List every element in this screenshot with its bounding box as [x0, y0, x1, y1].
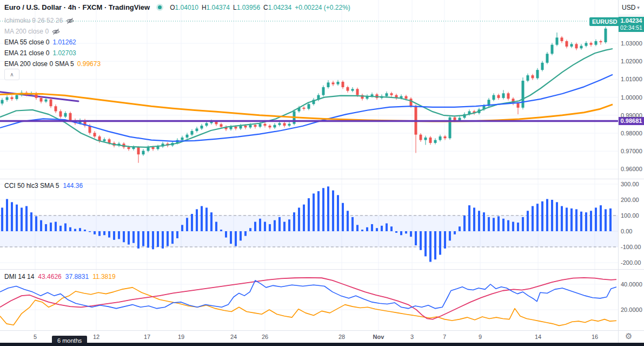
cci-axis-label: -100.00	[621, 244, 641, 250]
close-value: 1.04234	[268, 4, 291, 11]
eye-off-icon[interactable]	[66, 17, 74, 24]
cci-label: CCI 50 hlc3 SMA 5	[4, 182, 59, 190]
price-axis-label: 1.02000	[621, 58, 642, 64]
indicator-label: Ichimoku 9 26 52 26	[4, 17, 63, 24]
indicator-value: 0.99673	[77, 60, 101, 68]
open-value: 1.04010	[175, 4, 198, 11]
indicator-row-ema[interactable]: EMA 21 close 01.02703	[4, 49, 76, 57]
cci-axis-label: 0.00	[621, 228, 632, 234]
chart-canvas[interactable]	[0, 0, 644, 346]
cci-axis-label: 200.00	[621, 197, 639, 203]
price-axis-label: 1.01000	[621, 76, 642, 82]
time-axis-label: 26	[262, 334, 268, 340]
time-axis-label: 7	[443, 334, 446, 340]
time-axis-label: 17	[144, 334, 150, 340]
dmi-pane-label[interactable]: DMI 14 14 43.4626 37.8831 11.3819	[4, 273, 116, 280]
indicator-label: EMA 55 close 0	[4, 38, 49, 46]
time-axis-label: 3	[410, 334, 414, 340]
dmi-plus-di-value: 37.8831	[65, 273, 89, 280]
low-value: 1.03956	[237, 4, 260, 11]
dmi-minus-di-value: 11.3819	[92, 273, 116, 280]
time-axis-label: 12	[93, 334, 99, 340]
close-label: C	[263, 4, 268, 11]
symbol-badge: EURUSD	[589, 17, 620, 26]
high-label: H	[202, 4, 207, 11]
price-axis-label: 0.96000	[621, 166, 642, 172]
currency-selector[interactable]: USD ▾	[622, 4, 640, 11]
indicator-label: EMA 200 close 0 SMA 5	[4, 60, 74, 68]
chart-header: Euro / U.S. Dollar · 4h · FXCM · Trading…	[4, 3, 350, 11]
time-axis-label: Nov	[373, 334, 384, 340]
price-axis-label: 0.99000	[621, 112, 642, 119]
tradingview-chart-window: Euro / U.S. Dollar · 4h · FXCM · Trading…	[0, 0, 644, 346]
dmi-adx-value: 43.4626	[38, 273, 61, 280]
symbol-title[interactable]: Euro / U.S. Dollar · 4h · FXCM · Trading…	[4, 3, 150, 11]
time-axis-label: 28	[338, 334, 345, 340]
price-axis-label: 0.97000	[621, 148, 642, 154]
indicator-row-ema[interactable]: EMA 55 close 01.01262	[4, 38, 76, 47]
change-value: +0.00224 (+0.22%)	[295, 4, 350, 11]
currency-label: USD	[622, 4, 635, 11]
indicator-value: 1.02703	[52, 49, 76, 57]
market-status-icon	[158, 5, 162, 9]
dmi-label: DMI 14 14	[4, 273, 34, 280]
chevron-down-icon: ▾	[637, 5, 640, 10]
collapse-indicators-button[interactable]: ∧	[4, 69, 19, 80]
high-value: 1.04374	[207, 4, 230, 11]
indicator-label: EMA 21 close 0	[4, 49, 49, 57]
price-axis-label: 1.03000	[621, 40, 642, 47]
indicator-row-ma[interactable]: MA 200 close 0	[4, 27, 60, 36]
indicator-label: MA 200 close 0	[4, 28, 49, 35]
cci-pane-label[interactable]: CCI 50 hlc3 SMA 5 144.36	[4, 182, 83, 190]
time-axis-label: 9	[479, 334, 482, 340]
bottom-toolbar-strip	[0, 343, 644, 346]
time-axis-label: 14	[535, 334, 541, 340]
open-label: O	[170, 4, 175, 11]
dmi-axis-label: 20.0000	[621, 306, 642, 313]
time-axis-label: 19	[178, 334, 184, 340]
ohlc-readout: O1.04010 H1.04374 L1.03956 C1.04234 +0.0…	[170, 4, 350, 11]
cci-axis-label: -200.00	[621, 259, 641, 266]
low-label: L	[233, 4, 237, 11]
dmi-axis-label: 40.0000	[621, 281, 642, 288]
indicator-row-ema[interactable]: EMA 200 close 0 SMA 50.99673	[4, 60, 101, 68]
time-axis-label: 5	[34, 334, 37, 340]
indicator-row-ichimoku[interactable]: Ichimoku 9 26 52 26	[4, 16, 74, 25]
time-axis-label: 24	[230, 334, 237, 340]
cci-axis-label: 100.00	[621, 212, 639, 219]
indicator-value: 1.01262	[52, 38, 76, 46]
price-axis-label: 1.00000	[621, 94, 642, 101]
time-axis-label: 16	[592, 334, 598, 340]
eye-off-icon[interactable]	[52, 28, 60, 35]
bar-countdown: 02:34:51	[619, 24, 644, 31]
cci-axis-label: 300.00	[621, 181, 639, 187]
price-axis-label: 0.98000	[621, 130, 642, 136]
cci-value: 144.36	[63, 182, 83, 190]
last-price-value: 1.04234	[619, 17, 644, 24]
last-price-badge: 1.04234 02:34:51	[619, 17, 644, 32]
gear-icon[interactable]: ⚙	[625, 331, 632, 341]
